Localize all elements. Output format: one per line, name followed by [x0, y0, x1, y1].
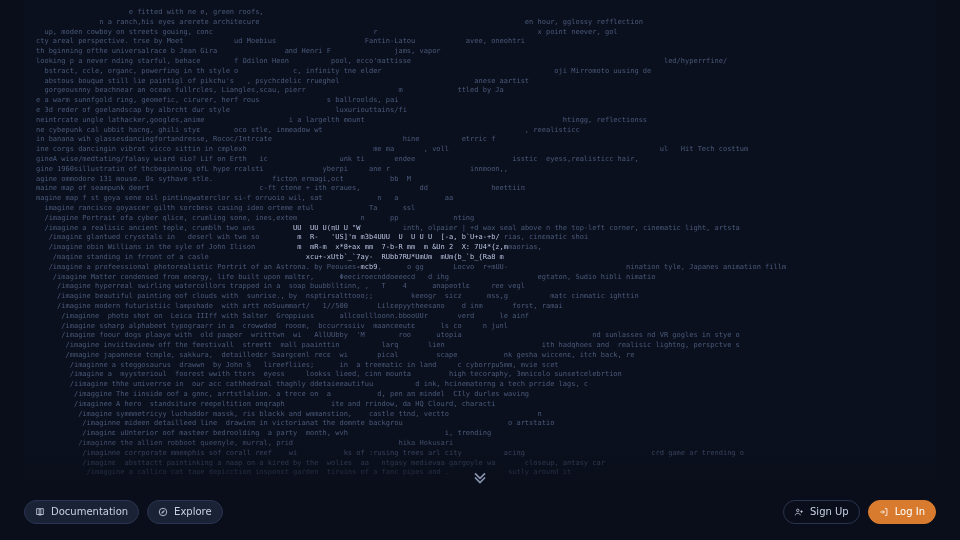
documentation-label: Documentation: [51, 505, 128, 519]
login-label: Log In: [895, 505, 925, 519]
explore-button[interactable]: Explore: [147, 500, 223, 524]
svg-point-0: [159, 508, 167, 516]
signup-button[interactable]: Sign Up: [783, 500, 860, 524]
user-plus-icon: [794, 507, 804, 517]
bottom-bar: Documentation Explore Sign Up Log In: [24, 498, 936, 526]
svg-point-2: [797, 509, 800, 512]
book-icon: [35, 507, 45, 517]
signup-label: Sign Up: [810, 505, 849, 519]
scroll-down-cue[interactable]: [470, 470, 490, 490]
prompt-feed: e fitted with ne e, green roofs, n a ran…: [36, 8, 924, 478]
login-icon: [879, 507, 889, 517]
compass-icon: [158, 507, 168, 517]
explore-label: Explore: [174, 505, 212, 519]
feed-panel: e fitted with ne e, green roofs, n a ran…: [24, 0, 936, 492]
login-button[interactable]: Log In: [868, 500, 936, 524]
documentation-button[interactable]: Documentation: [24, 500, 139, 524]
svg-marker-1: [162, 511, 165, 514]
